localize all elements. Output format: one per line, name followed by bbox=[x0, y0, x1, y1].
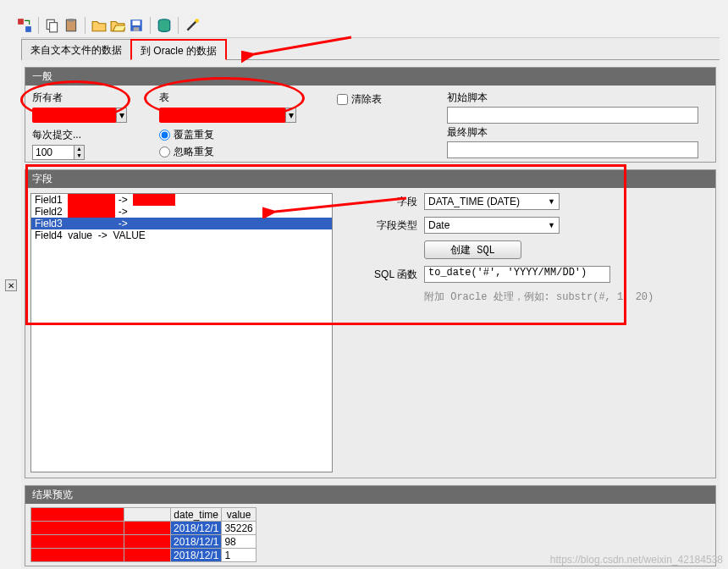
chevron-down-icon[interactable]: ▾ bbox=[285, 108, 296, 123]
field-select[interactable]: DATA_TIME (DATE)▼ bbox=[424, 193, 560, 210]
separator bbox=[85, 17, 85, 34]
fields-header: 字段 bbox=[25, 170, 715, 188]
fieldtype-label: 字段类型 bbox=[367, 218, 417, 233]
clear-table-checkbox[interactable]: 清除表 bbox=[337, 92, 430, 107]
replace-icon[interactable] bbox=[17, 18, 32, 33]
general-panel: 一般 所有者 ▾ 每次提交... ▲▼ 表 bbox=[25, 67, 716, 163]
col-date-time: date_time bbox=[171, 508, 222, 522]
svg-rect-3 bbox=[50, 23, 58, 32]
wand-icon[interactable] bbox=[185, 18, 200, 33]
sqlfn-label: SQL 函数 bbox=[367, 268, 417, 282]
commit-every-input[interactable] bbox=[32, 145, 74, 160]
separator bbox=[150, 17, 151, 34]
init-script-label: 初始脚本 bbox=[447, 91, 488, 103]
table-label: 表 bbox=[159, 91, 320, 105]
field-label: 字段 bbox=[367, 195, 417, 209]
preview-header-row: date_time value bbox=[31, 508, 256, 522]
chevron-down-icon[interactable]: ▼ bbox=[548, 197, 555, 206]
field-form: 字段 DATA_TIME (DATE)▼ 字段类型 Date▼ 创建 SQL bbox=[333, 193, 710, 472]
fields-panel: 字段 Field1 -> Field2 -> Field3 -> Field4 … bbox=[25, 169, 716, 478]
svg-rect-0 bbox=[18, 19, 24, 25]
paste-icon[interactable] bbox=[63, 18, 79, 33]
col-blank bbox=[124, 508, 171, 522]
db-icon[interactable] bbox=[157, 18, 172, 33]
overwrite-radio[interactable]: 覆盖重复 bbox=[159, 128, 320, 142]
spin-up-icon[interactable]: ▲ bbox=[74, 146, 84, 152]
open-icon[interactable] bbox=[110, 18, 125, 33]
chevron-down-icon[interactable]: ▼ bbox=[548, 221, 555, 229]
final-script-input[interactable] bbox=[447, 141, 698, 158]
owner-dropdown[interactable]: ▾ bbox=[32, 108, 142, 123]
field-listbox[interactable]: Field1 -> Field2 -> Field3 -> Field4 val… bbox=[30, 193, 333, 472]
separator bbox=[38, 17, 39, 34]
col-redacted-1 bbox=[31, 508, 124, 522]
svg-rect-5 bbox=[69, 19, 74, 21]
save-icon[interactable] bbox=[129, 18, 144, 33]
preview-row: 2018/12/1 1 bbox=[31, 549, 256, 562]
list-row-4[interactable]: Field4 value -> VALUE bbox=[31, 229, 332, 241]
svg-rect-1 bbox=[25, 26, 31, 32]
preview-table: date_time value 2018/12/1 35226 2018/12/… bbox=[30, 507, 256, 562]
col-value: value bbox=[222, 508, 256, 522]
tab-to-oracle[interactable]: 到 Oracle 的数据 bbox=[130, 39, 227, 60]
svg-point-10 bbox=[195, 19, 199, 23]
main-panel: 来自文本文件的数据 到 Oracle 的数据 一般 所有者 ▾ 每次提交... … bbox=[21, 37, 720, 569]
watermark: https://blog.csdn.net/weixin_42184538 bbox=[550, 554, 723, 566]
commit-every-spinner[interactable]: ▲▼ bbox=[32, 145, 142, 160]
final-script-label: 最终脚本 bbox=[447, 126, 488, 138]
list-row-2[interactable]: Field2 -> bbox=[31, 206, 332, 218]
svg-rect-7 bbox=[133, 20, 141, 25]
close-panel-icon[interactable]: ✕ bbox=[5, 279, 17, 291]
table-dropdown[interactable]: ▾ bbox=[159, 108, 320, 123]
general-header: 一般 bbox=[25, 68, 715, 86]
ignore-radio[interactable]: 忽略重复 bbox=[159, 145, 320, 159]
create-sql-button[interactable]: 创建 SQL bbox=[424, 240, 521, 259]
tab-from-text[interactable]: 来自文本文件的数据 bbox=[21, 39, 131, 60]
sqlfn-input[interactable]: to_date('#', 'YYYY/MM/DD') bbox=[424, 266, 610, 283]
sqlfn-hint: 附加 Oracle 处理，例如: substr(#, 1, 20) bbox=[424, 290, 710, 304]
commit-every-label: 每次提交... bbox=[32, 128, 142, 142]
fieldtype-select[interactable]: Date▼ bbox=[424, 217, 560, 234]
list-row-1[interactable]: Field1 -> bbox=[31, 194, 332, 206]
copy-icon[interactable] bbox=[45, 18, 60, 33]
folder-icon[interactable] bbox=[91, 18, 107, 33]
spin-down-icon[interactable]: ▼ bbox=[74, 152, 84, 159]
owner-label: 所有者 bbox=[32, 91, 142, 105]
chevron-down-icon[interactable]: ▾ bbox=[116, 108, 127, 123]
preview-row: 2018/12/1 98 bbox=[31, 535, 256, 549]
tab-bar: 来自文本文件的数据 到 Oracle 的数据 bbox=[21, 38, 720, 60]
init-script-input[interactable] bbox=[447, 107, 698, 124]
preview-row: 2018/12/1 35226 bbox=[31, 522, 256, 535]
list-row-3-selected[interactable]: Field3 -> bbox=[31, 218, 332, 229]
toolbar bbox=[17, 15, 200, 36]
separator bbox=[178, 17, 179, 34]
svg-rect-8 bbox=[134, 27, 140, 31]
preview-header: 结果预览 bbox=[25, 486, 715, 504]
